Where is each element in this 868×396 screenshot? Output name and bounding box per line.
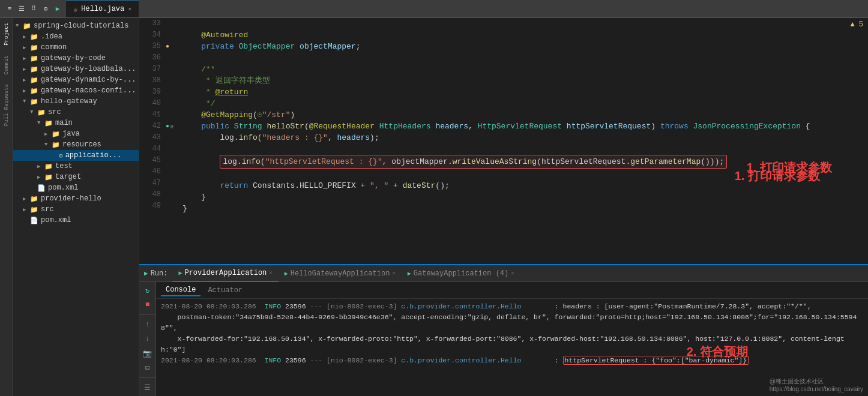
- grid-icon[interactable]: ⠿: [29, 4, 38, 14]
- stop-icon[interactable]: ■: [142, 299, 154, 311]
- code-line-38: * 返回字符串类型: [182, 75, 863, 86]
- console-output: 2021-08-20 08:20:03.286 INFO 23596 --- […: [156, 299, 868, 396]
- tree-item-src[interactable]: ▼ 📁 src: [13, 107, 139, 118]
- tree-item-resources[interactable]: ▼ 📁 resources: [13, 139, 139, 150]
- scroll-up-icon[interactable]: ↑: [142, 319, 154, 331]
- tree-item-java[interactable]: ▶ 📁 java: [13, 128, 139, 139]
- tab-label: Hello.java: [81, 5, 124, 13]
- bottom-panel: ▶ Run: ▶ ProviderApplication ✕ ▶ HelloGa…: [139, 264, 868, 396]
- line-numbers: 33 34 35 36 37 38 39 40 41 42 43 44 45 4…: [139, 18, 166, 264]
- top-bar: ≡ ☰ ⠿ ⚙ ▶ ☕ Hello.java ✕: [0, 0, 868, 18]
- tree-item-gnc[interactable]: ▶ 📁 gateway-nacos-confi...: [13, 85, 139, 96]
- sidebar-container: Project Commit Pull Requests ▼ 📁 spring-…: [0, 18, 139, 396]
- scroll-down-icon[interactable]: ↓: [142, 333, 154, 345]
- settings-icon[interactable]: ⚙: [41, 4, 50, 14]
- code-line-33: [182, 18, 863, 29]
- run-tab-provider[interactable]: ▶ ProviderApplication ✕: [172, 265, 278, 282]
- console-tabs: Console Actuator: [156, 282, 868, 299]
- run-tab-close-3[interactable]: ✕: [511, 270, 514, 277]
- tab-close-icon[interactable]: ✕: [128, 5, 131, 13]
- editor-tab-hello[interactable]: ☕ Hello.java ✕: [66, 1, 139, 17]
- filter-icon[interactable]: ☰: [142, 382, 154, 394]
- tab-java-icon: ☕: [73, 5, 77, 14]
- run-label: ▶ Run:: [139, 269, 172, 278]
- code-line-47: return Constants.HELLO_PREFIX + ", " + d…: [182, 180, 863, 191]
- code-line-37: /**: [182, 64, 863, 75]
- tree-item-idea[interactable]: ▶ 📁 .idea: [13, 31, 139, 42]
- console-tab-actuator[interactable]: Actuator: [203, 285, 247, 296]
- code-line-34: @Autowired: [182, 29, 863, 41]
- console-panel: Console Actuator 2021-08-20 08:20:03.286…: [156, 282, 868, 396]
- menu-icon[interactable]: ≡: [5, 4, 14, 14]
- pullrequests-vtab[interactable]: Pull Requests: [2, 82, 11, 128]
- tree-item-main[interactable]: ▼ 📁 main: [13, 118, 139, 128]
- tab-bar: ☕ Hello.java ✕: [66, 1, 863, 17]
- code-content[interactable]: ▲ 5 @Autowired private ObjectMapper obje…: [178, 18, 868, 264]
- code-line-42: public String helloStr(@RequestHeader Ht…: [182, 121, 863, 132]
- tree-item-appyml[interactable]: ⚙ applicatio...: [13, 150, 139, 161]
- collapse-icon[interactable]: ⊟: [142, 362, 154, 374]
- editor-area: 33 34 35 36 37 38 39 40 41 42 43 44 45 4…: [139, 18, 868, 396]
- tree-item-gbc[interactable]: ▶ 📁 gateway-by-code: [13, 53, 139, 64]
- log-line-2: 2021-08-20 08:20:03.286 INFO 23596 --- […: [161, 355, 863, 366]
- warning-badge: ▲ 5: [850, 19, 863, 31]
- run-icon[interactable]: ▶: [53, 4, 62, 14]
- tree-item-gbd[interactable]: ▶ 📁 gateway-dynamic-by-...: [13, 74, 139, 85]
- console-toolbar: ↻ ■ ↑ ↓ 📷 ⊟ ☰ ⤵ Console Actuator: [139, 282, 868, 396]
- code-line-43: log.info("headers : {}", headers);: [182, 132, 863, 143]
- commit-vtab[interactable]: Commit: [2, 53, 11, 77]
- tree-item-pomhg[interactable]: 📄 pom.xml: [13, 182, 139, 193]
- tree-item-hg[interactable]: ▼ 📁 hello-gateway: [13, 96, 139, 107]
- run-tab-close-1[interactable]: ✕: [269, 269, 272, 276]
- tree-item-pomtop[interactable]: 📄 pom.xml: [13, 215, 139, 226]
- gutter: ● ●@: [166, 18, 178, 264]
- watermark: @稀土掘金技术社区 https://blog.csdn.net/boiing_c…: [770, 377, 863, 392]
- code-line-36: [182, 52, 863, 64]
- tree-item-target[interactable]: ▶ 📁 target: [13, 172, 139, 182]
- code-line-44: [182, 143, 863, 155]
- tree-item-root[interactable]: ▼ 📁 spring-cloud-tutorials: [13, 20, 139, 31]
- code-line-39: * @return: [182, 86, 863, 98]
- tree-item-gbl[interactable]: ▶ 📁 gateway-by-loadbala...: [13, 64, 139, 74]
- run-tab-gateway[interactable]: ▶ GatewayApplication (4) ✕: [402, 265, 520, 282]
- console-left-buttons: ↻ ■ ↑ ↓ 📷 ⊟ ☰ ⤵: [139, 282, 156, 396]
- activity-bar: Project Commit Pull Requests: [0, 18, 13, 396]
- run-tab-close-2[interactable]: ✕: [392, 270, 395, 277]
- code-line-48: }: [182, 191, 863, 203]
- tree-item-srctop[interactable]: ▶ 📁 src: [13, 204, 139, 215]
- code-line-40: */: [182, 98, 863, 109]
- main-layout: Project Commit Pull Requests ▼ 📁 spring-…: [0, 18, 868, 396]
- tree-item-ph[interactable]: ▶ 📁 provider-hello: [13, 193, 139, 204]
- annotation-1: 1. 打印请求参数: [747, 162, 832, 173]
- list-icon[interactable]: ☰: [17, 4, 26, 14]
- toolbar-icons: ≡ ☰ ⠿ ⚙ ▶: [5, 4, 62, 14]
- run-tab-hellogateway[interactable]: ▶ HelloGatewayApplication ✕: [279, 265, 402, 282]
- log-line-1b: postman-token:"34a75b9d-52e8-44b4-9269-b…: [161, 312, 863, 334]
- log-line-1: 2021-08-20 08:20:03.286 INFO 23596 --- […: [161, 301, 863, 312]
- run-tabs-bar: ▶ Run: ▶ ProviderApplication ✕ ▶ HelloGa…: [139, 265, 868, 282]
- code-line-41: @GetMapping(☉"/str"): [182, 109, 863, 121]
- tree-item-test[interactable]: ▶ 📁 test: [13, 161, 139, 172]
- project-tree: ▼ 📁 spring-cloud-tutorials ▶ 📁 .idea ▶ 📁…: [13, 18, 139, 396]
- code-editor: 33 34 35 36 37 38 39 40 41 42 43 44 45 4…: [139, 18, 868, 264]
- code-line-49: }: [182, 203, 863, 214]
- tree-item-common[interactable]: ▶ 📁 common: [13, 42, 139, 53]
- project-sidebar: ▼ 📁 spring-cloud-tutorials ▶ 📁 .idea ▶ 📁…: [13, 18, 139, 396]
- project-vtab[interactable]: Project: [2, 20, 11, 48]
- camera-icon[interactable]: 📷: [142, 347, 154, 359]
- console-tab-console[interactable]: Console: [161, 284, 200, 296]
- restart-icon[interactable]: ↻: [142, 284, 154, 296]
- code-line-35: private ObjectMapper objectMapper;: [182, 41, 863, 52]
- log-line-1c: x-forwarded-for:"192.168.50.134", x-forw…: [161, 334, 863, 355]
